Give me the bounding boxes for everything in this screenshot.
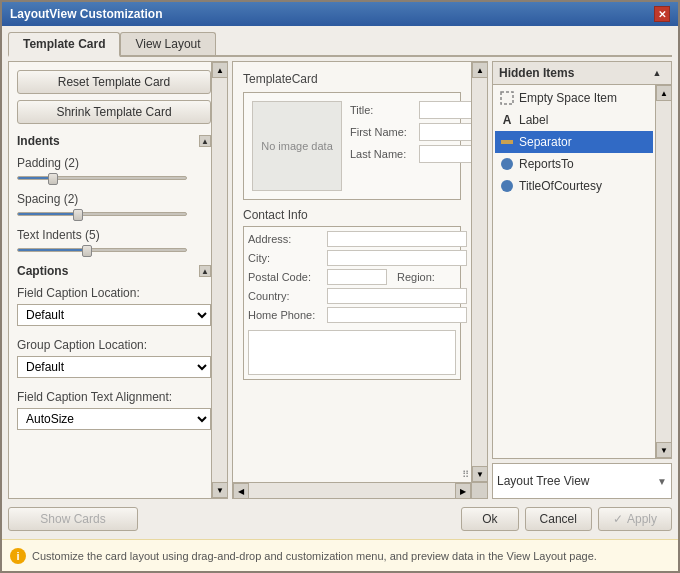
status-bar: i Customize the card layout using drag-a… bbox=[2, 539, 678, 571]
city-label: City: bbox=[248, 252, 323, 264]
center-panel: TemplateCard No image data Title: bbox=[232, 61, 488, 499]
indents-section: Indents ▲ Padding (2) bbox=[17, 134, 211, 252]
postal-region-row: Postal Code: Region: bbox=[248, 269, 456, 285]
title-row: Title: bbox=[350, 101, 488, 119]
postal-code-label: Postal Code: bbox=[248, 271, 323, 283]
group-caption-location-select[interactable]: Default Left Right Top bbox=[17, 356, 211, 378]
spacing-slider-fill bbox=[18, 213, 77, 215]
center-scroll-right-btn[interactable]: ▶ bbox=[455, 483, 471, 499]
title-of-courtesy-label: TitleOfCourtesy bbox=[519, 179, 602, 193]
spacing-slider-track bbox=[17, 212, 187, 216]
separator-icon bbox=[499, 134, 515, 150]
label-icon: A bbox=[499, 112, 515, 128]
group-caption-location: Group Caption Location: Default Left Rig… bbox=[17, 338, 211, 378]
left-scroll-track bbox=[212, 78, 227, 482]
cancel-button[interactable]: Cancel bbox=[525, 507, 592, 531]
shrink-template-card-button[interactable]: Shrink Template Card bbox=[17, 100, 211, 124]
left-scroll-area: Reset Template Card Shrink Template Card… bbox=[8, 61, 228, 499]
resize-handle[interactable]: ⠿ bbox=[462, 469, 469, 480]
city-row: City: bbox=[248, 250, 456, 266]
left-scroll-up-btn[interactable]: ▲ bbox=[212, 62, 228, 78]
hidden-item-separator[interactable]: Separator bbox=[495, 131, 653, 153]
label-item-label: Label bbox=[519, 113, 548, 127]
text-indents-label: Text Indents (5) bbox=[17, 228, 211, 242]
country-row: Country: bbox=[248, 288, 456, 304]
card-image-box: No image data bbox=[252, 101, 342, 191]
spacing-label: Spacing (2) bbox=[17, 192, 211, 206]
left-scroll-down-btn[interactable]: ▼ bbox=[212, 482, 228, 498]
tab-view-layout[interactable]: View Layout bbox=[120, 32, 215, 55]
empty-space-label: Empty Space Item bbox=[519, 91, 617, 105]
country-input[interactable] bbox=[327, 288, 467, 304]
close-button[interactable]: ✕ bbox=[654, 6, 670, 22]
field-caption-text-alignment: Field Caption Text Alignment: AutoSize L… bbox=[17, 390, 211, 430]
region-label: Region: bbox=[397, 271, 472, 283]
postal-code-input[interactable] bbox=[327, 269, 387, 285]
first-name-field-label: First Name: bbox=[350, 126, 415, 138]
text-indents-field: Text Indents (5) bbox=[17, 228, 211, 252]
show-cards-button[interactable]: Show Cards bbox=[8, 507, 138, 531]
ok-button[interactable]: Ok bbox=[461, 507, 518, 531]
layout-tree-view-box[interactable]: Layout Tree View ▼ bbox=[492, 463, 672, 499]
center-horizontal-scrollbar: ◀ ▶ bbox=[233, 482, 471, 498]
captions-header: Captions ▲ bbox=[17, 264, 211, 278]
address-label: Address: bbox=[248, 233, 323, 245]
indents-expand-btn[interactable]: ▲ bbox=[199, 135, 211, 147]
padding-slider-track bbox=[17, 176, 187, 180]
svg-point-2 bbox=[501, 158, 513, 170]
address-row: Address: bbox=[248, 231, 456, 247]
spacing-slider-thumb[interactable] bbox=[73, 209, 83, 221]
center-scroll-up-btn[interactable]: ▲ bbox=[472, 62, 488, 78]
text-indents-slider-thumb[interactable] bbox=[82, 245, 92, 257]
center-scroll-left-btn[interactable]: ◀ bbox=[233, 483, 249, 499]
left-scroll-content: Reset Template Card Shrink Template Card… bbox=[9, 62, 227, 498]
apply-button[interactable]: ✓ Apply bbox=[598, 507, 672, 531]
hidden-items-scroll-up-btn[interactable]: ▲ bbox=[649, 65, 665, 81]
main-content: Reset Template Card Shrink Template Card… bbox=[8, 61, 672, 499]
bottom-bar: Show Cards Ok Cancel ✓ Apply bbox=[8, 503, 672, 533]
contact-header: Contact Info bbox=[243, 208, 461, 222]
separator-label: Separator bbox=[519, 135, 572, 149]
hidden-item-reports-to[interactable]: ReportsTo bbox=[495, 153, 653, 175]
center-scroll-down-btn[interactable]: ▼ bbox=[472, 466, 488, 482]
title-of-courtesy-icon bbox=[499, 178, 515, 194]
home-phone-label: Home Phone: bbox=[248, 309, 323, 321]
svg-point-3 bbox=[501, 180, 513, 192]
hidden-item-label[interactable]: A Label bbox=[495, 109, 653, 131]
hidden-item-empty-space[interactable]: Empty Space Item bbox=[495, 87, 653, 109]
captions-expand-btn[interactable]: ▲ bbox=[199, 265, 211, 277]
scroll-corner bbox=[471, 482, 487, 498]
first-name-row: First Name: bbox=[350, 123, 488, 141]
center-vertical-scrollbar: ▲ ▼ bbox=[471, 62, 487, 482]
field-caption-text-alignment-label: Field Caption Text Alignment: bbox=[17, 390, 211, 404]
hi-scroll-up-btn[interactable]: ▲ bbox=[656, 85, 671, 101]
empty-space-icon bbox=[499, 90, 515, 106]
reset-template-card-button[interactable]: Reset Template Card bbox=[17, 70, 211, 94]
padding-slider-thumb[interactable] bbox=[48, 173, 58, 185]
group-caption-location-label: Group Caption Location: bbox=[17, 338, 211, 352]
hi-scroll-down-btn[interactable]: ▼ bbox=[656, 442, 671, 458]
status-message: Customize the card layout using drag-and… bbox=[32, 550, 597, 562]
apply-label: Apply bbox=[627, 512, 657, 526]
city-input[interactable] bbox=[327, 250, 467, 266]
reports-to-icon bbox=[499, 156, 515, 172]
hidden-items-header: Hidden Items ▲ bbox=[493, 62, 671, 85]
spacing-field: Spacing (2) bbox=[17, 192, 211, 216]
window-body: Template Card View Layout Reset Template… bbox=[2, 26, 678, 539]
title-bar: LayoutView Customization ✕ bbox=[2, 2, 678, 26]
field-caption-text-alignment-select[interactable]: AutoSize Left Right Center bbox=[17, 408, 211, 430]
field-caption-location-label: Field Caption Location: bbox=[17, 286, 211, 300]
last-name-field-label: Last Name: bbox=[350, 148, 415, 160]
hidden-items-title: Hidden Items bbox=[499, 66, 574, 80]
hidden-items-scroll-area: Empty Space Item A Label bbox=[493, 85, 671, 458]
center-scroll-h-track bbox=[249, 483, 455, 498]
field-caption-location-select[interactable]: Default Left Right Top bbox=[17, 304, 211, 326]
main-window: LayoutView Customization ✕ Template Card… bbox=[0, 0, 680, 573]
hidden-item-title-of-courtesy[interactable]: TitleOfCourtesy bbox=[495, 175, 653, 197]
layout-tree-label: Layout Tree View bbox=[497, 474, 590, 488]
home-phone-input[interactable] bbox=[327, 307, 467, 323]
text-indents-slider-track bbox=[17, 248, 187, 252]
tab-template-card[interactable]: Template Card bbox=[8, 32, 120, 57]
address-input[interactable] bbox=[327, 231, 467, 247]
left-scroll-bar: ▲ ▼ bbox=[211, 62, 227, 498]
